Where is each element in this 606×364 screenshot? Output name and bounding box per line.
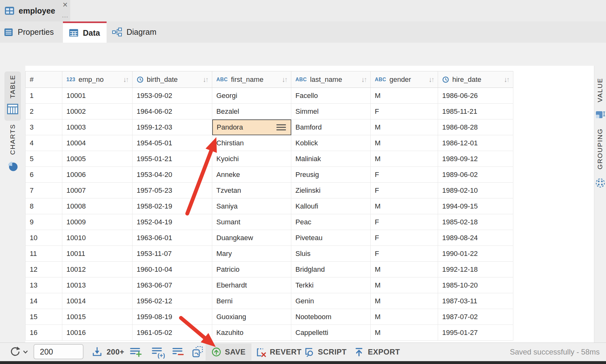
cell-birth_date[interactable]: 1952-04-19 [133, 214, 212, 230]
cell-first_name[interactable]: Georgi [212, 88, 291, 104]
cell-rownum[interactable]: 2 [25, 104, 62, 119]
cell-birth_date[interactable]: 1959-08-19 [133, 309, 212, 325]
fetch-size-input[interactable] [34, 344, 83, 359]
cell-birth_date[interactable]: 1958-02-19 [133, 198, 212, 214]
cell-birth_date[interactable]: 1953-04-20 [133, 167, 212, 183]
cell-rownum[interactable]: 1 [25, 88, 62, 104]
cell-emp_no[interactable]: 10008 [62, 198, 133, 214]
cell-rownum[interactable]: 3 [25, 119, 62, 135]
cell-hire_date[interactable]: 1987-07-02 [438, 309, 513, 325]
cell-rownum[interactable]: 5 [25, 151, 62, 167]
cell-hire_date[interactable]: 1989-09-12 [438, 151, 513, 167]
cell-birth_date[interactable]: 1960-10-04 [133, 262, 212, 277]
cell-last_name[interactable]: Genin [291, 293, 371, 309]
fetch-next-button[interactable]: 200+ [91, 343, 124, 361]
editor-tab-employee[interactable]: employee [0, 0, 70, 21]
more-options-icon[interactable]: … [61, 11, 70, 19]
cell-emp_no[interactable]: 10003 [62, 119, 133, 135]
tab-data[interactable]: Data [63, 21, 107, 43]
save-button[interactable]: SAVE [206, 343, 251, 361]
cell-first_name[interactable]: Anneke [212, 167, 291, 183]
column-header-hire_date[interactable]: hire_date↓↑ [438, 71, 513, 88]
delete-row-button[interactable] [171, 345, 185, 359]
cell-hire_date[interactable]: 1986-08-28 [438, 119, 513, 135]
column-header-rownum[interactable]: # [25, 71, 62, 88]
cell-emp_no[interactable]: 10016 [62, 325, 133, 341]
cell-rownum[interactable]: 11 [25, 246, 62, 262]
cell-last_name[interactable]: Cappelletti [291, 325, 371, 341]
cell-last_name[interactable]: Terkki [291, 277, 371, 293]
selected-cell[interactable]: Pandora [212, 119, 291, 135]
cell-rownum[interactable]: 14 [25, 293, 62, 309]
column-header-first_name[interactable]: ABCfirst_name↓↑ [212, 71, 291, 88]
cell-first_name[interactable]: Eberhardt [212, 277, 291, 293]
cell-last_name[interactable]: Maliniak [291, 151, 371, 167]
cell-gender[interactable]: M [371, 325, 438, 341]
cell-hire_date[interactable]: 1989-08-24 [438, 230, 513, 246]
cell-hire_date[interactable]: 1986-06-26 [438, 88, 513, 104]
cell-last_name[interactable]: Simmel [291, 104, 371, 119]
cell-emp_no[interactable]: 10011 [62, 246, 133, 262]
cell-gender[interactable]: F [371, 183, 438, 198]
cell-emp_no[interactable]: 10007 [62, 183, 133, 198]
cell-gender[interactable]: M [371, 119, 438, 135]
cell-rownum[interactable]: 9 [25, 214, 62, 230]
cell-emp_no[interactable]: 10014 [62, 293, 133, 309]
cell-hire_date[interactable]: 1995-01-27 [438, 325, 513, 341]
column-header-last_name[interactable]: ABClast_name↓↑ [291, 71, 371, 88]
cell-last_name[interactable]: Facello [291, 88, 371, 104]
cell-rownum[interactable]: 13 [25, 277, 62, 293]
cell-last_name[interactable]: Bamford [291, 119, 371, 135]
cell-rownum[interactable]: 15 [25, 309, 62, 325]
cell-first_name[interactable]: Mary [212, 246, 291, 262]
copy-special-button[interactable] [190, 345, 205, 359]
cell-birth_date[interactable]: 1963-06-01 [133, 230, 212, 246]
cell-last_name[interactable]: Nooteboom [291, 309, 371, 325]
cell-birth_date[interactable]: 1954-05-01 [133, 135, 212, 151]
add-row-button[interactable] [128, 345, 143, 359]
export-button[interactable]: EXPORT [354, 343, 400, 361]
cell-first_name[interactable]: Patricio [212, 262, 291, 277]
cell-hire_date[interactable]: 1985-10-20 [438, 277, 513, 293]
cell-rownum[interactable]: 4 [25, 135, 62, 151]
cell-menu-icon[interactable] [276, 123, 286, 132]
cell-birth_date[interactable]: 1959-12-03 [133, 119, 212, 135]
cell-gender[interactable]: F [371, 246, 438, 262]
cell-birth_date[interactable]: 1953-11-07 [133, 246, 212, 262]
revert-button[interactable]: REVERT [255, 343, 301, 361]
cell-gender[interactable]: F [371, 167, 438, 183]
cell-first_name[interactable]: Berni [212, 293, 291, 309]
cell-last_name[interactable]: Sluis [291, 246, 371, 262]
cell-birth_date[interactable]: 1964-06-02 [133, 104, 212, 119]
cell-gender[interactable]: M [371, 135, 438, 151]
cell-last_name[interactable]: Kalloufi [291, 198, 371, 214]
cell-emp_no[interactable]: 10013 [62, 277, 133, 293]
cell-last_name[interactable]: Bridgland [291, 262, 371, 277]
cell-gender[interactable]: M [371, 198, 438, 214]
cell-first_name[interactable]: Guoxiang [212, 309, 291, 325]
column-header-birth_date[interactable]: birth_date↓↑ [133, 71, 212, 88]
column-header-gender[interactable]: ABCgender↓↑ [371, 71, 438, 88]
cell-rownum[interactable]: 8 [25, 198, 62, 214]
cell-gender[interactable]: M [371, 262, 438, 277]
cell-birth_date[interactable]: 1953-09-02 [133, 88, 212, 104]
cell-gender[interactable]: M [371, 151, 438, 167]
cell-first_name[interactable]: Saniya [212, 198, 291, 214]
cell-hire_date[interactable]: 1987-03-11 [438, 293, 513, 309]
cell-rownum[interactable]: 6 [25, 167, 62, 183]
column-header-emp_no[interactable]: 123emp_no↓↑ [62, 71, 133, 88]
cell-emp_no[interactable]: 10009 [62, 214, 133, 230]
cell-birth_date[interactable]: 1957-05-23 [133, 183, 212, 198]
cell-first_name[interactable]: Bezalel [212, 104, 291, 119]
cell-hire_date[interactable]: 1985-11-21 [438, 104, 513, 119]
cell-gender[interactable]: M [371, 88, 438, 104]
cell-emp_no[interactable]: 10004 [62, 135, 133, 151]
cell-first_name[interactable]: Tzvetan [212, 183, 291, 198]
cell-hire_date[interactable]: 1989-02-10 [438, 183, 513, 198]
cell-gender[interactable]: F [371, 230, 438, 246]
cell-last_name[interactable]: Peac [291, 214, 371, 230]
cell-emp_no[interactable]: 10002 [62, 104, 133, 119]
cell-last_name[interactable]: Zielinski [291, 183, 371, 198]
rail-tab-grouping[interactable] [594, 130, 606, 183]
cell-first_name[interactable]: Chirstian [212, 135, 291, 151]
